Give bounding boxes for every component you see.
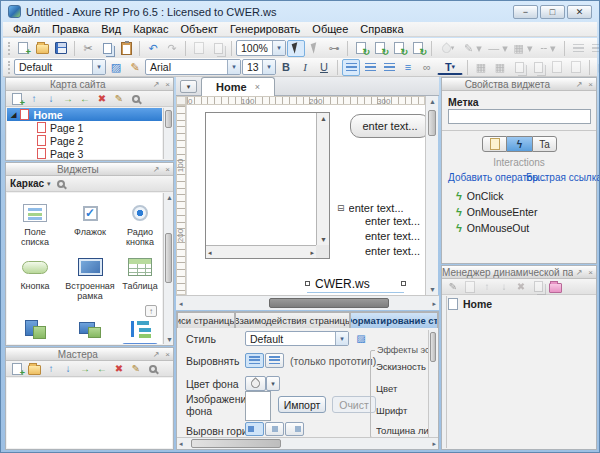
text-align-left-button[interactable] bbox=[342, 59, 360, 76]
widget-table[interactable]: Таблица bbox=[117, 255, 162, 291]
scroll-left-icon[interactable] bbox=[208, 249, 212, 257]
ungroup-button[interactable] bbox=[529, 59, 547, 76]
effect-item-sketchiness[interactable]: Эскизность bbox=[376, 361, 428, 372]
scroll-down-icon[interactable] bbox=[320, 236, 327, 243]
widget-label-input[interactable] bbox=[448, 109, 591, 124]
scroll-left-icon[interactable] bbox=[179, 440, 183, 448]
text-align-right-button[interactable] bbox=[380, 59, 398, 76]
scroll-right-icon[interactable] bbox=[432, 300, 436, 308]
add-state-button[interactable] bbox=[463, 280, 477, 294]
align-objects-left-button[interactable] bbox=[569, 40, 587, 57]
lock-button[interactable] bbox=[594, 59, 600, 76]
menu-view[interactable]: Вид bbox=[95, 23, 127, 35]
delete-page-button[interactable] bbox=[95, 92, 109, 106]
close-tab-icon[interactable] bbox=[255, 82, 260, 92]
bring-front-button[interactable] bbox=[548, 59, 566, 76]
menu-object[interactable]: Объект bbox=[174, 23, 223, 35]
widget-radio[interactable]: Радио кнопка bbox=[117, 201, 162, 247]
edit-panel-button[interactable] bbox=[446, 280, 460, 294]
line-style-button[interactable] bbox=[536, 40, 560, 57]
save-button[interactable] bbox=[52, 40, 70, 57]
page-panel-scrollbar[interactable] bbox=[428, 330, 437, 438]
menu-file[interactable]: Файл bbox=[7, 23, 46, 35]
quick-link[interactable]: Быстрая ссылка... bbox=[526, 172, 600, 183]
widget-iframe[interactable]: Встроенная рамка bbox=[63, 255, 117, 301]
undo-button[interactable] bbox=[144, 40, 162, 57]
toolbar-grip[interactable] bbox=[8, 42, 11, 55]
move-down-button[interactable] bbox=[44, 92, 58, 106]
rename-page-button[interactable] bbox=[112, 92, 126, 106]
delete-master-button[interactable] bbox=[112, 362, 126, 376]
add-folder-button[interactable] bbox=[27, 362, 41, 376]
scroll-up-icon[interactable] bbox=[320, 115, 327, 122]
sitemap-item-page2[interactable]: Page 2 bbox=[7, 134, 162, 147]
grid-button[interactable] bbox=[511, 40, 535, 57]
underline-button[interactable]: U bbox=[315, 59, 333, 76]
menu-generate[interactable]: Генерировать bbox=[224, 23, 306, 35]
rename-master-button[interactable] bbox=[129, 362, 143, 376]
tab-list-dropdown-button[interactable] bbox=[180, 80, 197, 93]
effect-item-font[interactable]: Шрифт bbox=[376, 405, 428, 416]
close-icon[interactable] bbox=[162, 350, 173, 359]
align-objects-center-button[interactable] bbox=[588, 40, 600, 57]
style-preset-select[interactable]: Default bbox=[14, 59, 106, 75]
masters-list[interactable] bbox=[7, 378, 172, 448]
align-h-right-button[interactable] bbox=[285, 422, 304, 436]
design-canvas[interactable]: enter text... enter text... enter text..… bbox=[186, 105, 425, 295]
tab-annotations[interactable] bbox=[482, 136, 507, 152]
open-file-button[interactable] bbox=[33, 40, 51, 57]
search-masters-button[interactable] bbox=[146, 362, 160, 376]
add-page-button[interactable] bbox=[10, 92, 24, 106]
close-icon[interactable] bbox=[585, 268, 596, 277]
tab-page-interactions[interactable]: Взаимодействия страницы bbox=[235, 312, 350, 328]
group-button[interactable] bbox=[510, 59, 528, 76]
page-align-left-button[interactable] bbox=[245, 353, 264, 368]
text-color-button[interactable]: T bbox=[437, 60, 463, 75]
tab-home[interactable]: Home bbox=[201, 77, 275, 96]
tab-formatting[interactable]: Ta bbox=[532, 136, 557, 152]
undock-icon[interactable] bbox=[573, 80, 586, 89]
selected-label-widget[interactable]: CWER.ws bbox=[307, 275, 404, 293]
send-back-button[interactable] bbox=[567, 59, 585, 76]
widget-menu-vertical[interactable]: Меню (вертик.) bbox=[9, 317, 61, 344]
paste-button[interactable] bbox=[117, 40, 135, 57]
undock-icon[interactable] bbox=[573, 268, 586, 277]
close-button[interactable] bbox=[567, 5, 592, 19]
show-all-panels-button[interactable] bbox=[548, 280, 562, 294]
undock-icon[interactable] bbox=[150, 165, 163, 174]
import-image-button[interactable]: Импорт bbox=[278, 396, 326, 413]
titlebar[interactable]: Untitled - Axure RP Pro 6.5 : Licensed t… bbox=[3, 2, 597, 21]
align-h-center-button[interactable] bbox=[265, 422, 284, 436]
widget-options-popup-button[interactable] bbox=[145, 305, 157, 317]
dynamic-panel-list[interactable]: Home bbox=[448, 296, 595, 448]
resize-handle[interactable] bbox=[305, 281, 310, 286]
event-onmouseenter[interactable]: OnMouseEnter bbox=[456, 206, 537, 218]
generate-word-button[interactable] bbox=[390, 40, 408, 57]
widget-listbox[interactable]: Поле списка bbox=[9, 201, 61, 247]
move-down-button[interactable] bbox=[497, 280, 511, 294]
close-icon[interactable] bbox=[162, 165, 173, 174]
resize-handle[interactable] bbox=[401, 281, 406, 286]
paste-special-button[interactable] bbox=[190, 40, 208, 57]
zoom-select[interactable]: 100% bbox=[236, 40, 286, 56]
scroll-right-icon[interactable] bbox=[432, 440, 436, 448]
widget-category-select[interactable]: Каркас bbox=[10, 178, 44, 189]
collapse-icon[interactable] bbox=[337, 203, 345, 213]
tree-widget[interactable]: enter text... enter text... enter text..… bbox=[337, 200, 425, 260]
close-icon[interactable] bbox=[162, 80, 173, 89]
brush-button[interactable] bbox=[126, 59, 144, 76]
delete-state-button[interactable] bbox=[514, 280, 528, 294]
frame-vertical-scrollbar[interactable] bbox=[316, 113, 329, 245]
canvas-horizontal-scrollbar[interactable] bbox=[176, 295, 439, 310]
outdent-button[interactable] bbox=[78, 92, 92, 106]
cut-button[interactable] bbox=[79, 40, 97, 57]
sitemap-item-page1[interactable]: Page 1 bbox=[7, 121, 162, 134]
italic-button[interactable]: I bbox=[296, 59, 314, 76]
copy-button[interactable] bbox=[98, 40, 116, 57]
widget-menu-horizontal[interactable]: Меню (гориз.) bbox=[63, 317, 117, 344]
undock-icon[interactable] bbox=[150, 80, 163, 89]
tree-node-label[interactable]: enter text... bbox=[365, 245, 425, 260]
select-area-tool-button[interactable] bbox=[306, 40, 324, 57]
font-family-select[interactable]: Arial bbox=[145, 59, 241, 75]
close-icon[interactable] bbox=[585, 80, 596, 89]
